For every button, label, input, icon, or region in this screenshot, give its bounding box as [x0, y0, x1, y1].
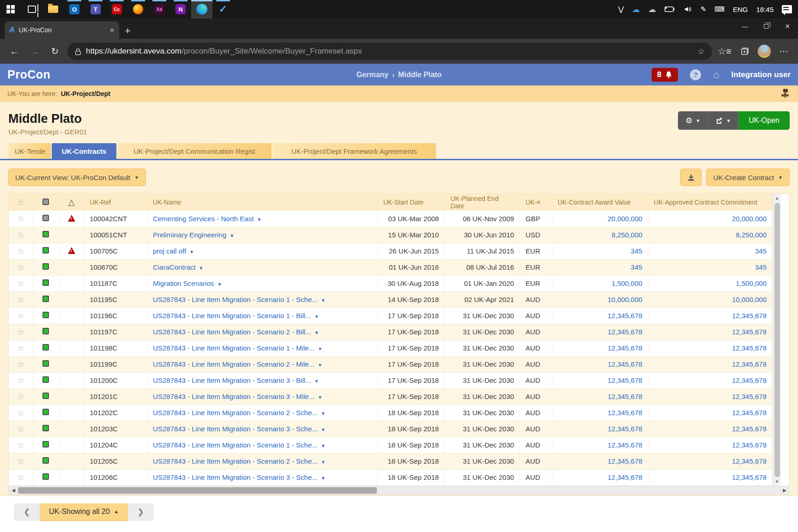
tab-contracts[interactable]: UK-Contracts	[52, 143, 116, 159]
contract-name-link[interactable]: US287843 - Line Item Migration - Scenari…	[153, 457, 326, 465]
favorites-bar-icon[interactable]: ☆≡	[717, 43, 732, 59]
settings-dropdown-button[interactable]: ⚙▼	[678, 111, 708, 130]
table-row[interactable]: ☆!100042CNTCementing Services - North Ea…	[9, 211, 773, 227]
touch-keyboard-icon[interactable]: ⌨	[711, 0, 728, 18]
teams-icon[interactable]: T	[85, 0, 106, 18]
scroll-up-icon[interactable]: ▲	[773, 194, 781, 202]
commitment-column-header[interactable]: UK-Approved Contract Commitment	[648, 194, 772, 211]
vertical-scrollbar[interactable]: ▲ ▼	[773, 194, 781, 486]
browser-menu-icon[interactable]: ⋯	[776, 43, 792, 59]
scroll-right-icon[interactable]: ▶	[780, 488, 789, 493]
volume-icon[interactable]	[680, 0, 695, 18]
vertical-scroll-thumb[interactable]	[774, 203, 780, 477]
favorite-star-icon[interactable]: ☆	[17, 214, 24, 224]
firefox-icon[interactable]	[127, 0, 149, 18]
next-page-button[interactable]: ❯	[128, 503, 154, 521]
contract-name-link[interactable]: US287843 - Line Item Migration - Scenari…	[153, 393, 322, 400]
start-date-column-header[interactable]: UK-Start Date	[378, 194, 445, 211]
refresh-button[interactable]: ↻	[47, 43, 63, 59]
favorite-star-icon[interactable]: ☆	[17, 424, 24, 434]
favorite-star-icon[interactable]: ☆	[17, 295, 24, 304]
table-row[interactable]: ☆101202CUS287843 - Line Item Migration -…	[9, 405, 773, 421]
favorite-star-icon[interactable]: ☆	[17, 247, 24, 256]
table-row[interactable]: ☆101187CMigration Scenarios▼30 UK-Aug 20…	[9, 275, 773, 291]
status-column-header[interactable]	[33, 194, 59, 211]
table-row[interactable]: ☆101199CUS287843 - Line Item Migration -…	[9, 356, 773, 372]
contract-name-link[interactable]: US287843 - Line Item Migration - Scenari…	[153, 425, 326, 433]
procon-logo[interactable]: ProCon	[7, 68, 50, 81]
tab-tenders[interactable]: UK-Tende	[8, 143, 51, 159]
task-view-icon[interactable]	[21, 0, 42, 18]
clock[interactable]: 18:45	[753, 0, 777, 18]
previous-page-button[interactable]: ❮	[14, 503, 40, 521]
table-row[interactable]: ☆101201CUS287843 - Line Item Migration -…	[9, 388, 773, 405]
contract-name-link[interactable]: US287843 - Line Item Migration - Scenari…	[153, 328, 319, 336]
action-center-icon[interactable]	[779, 0, 795, 18]
favorite-star-icon[interactable]: ☆	[17, 311, 24, 320]
table-row[interactable]: ☆101205CUS287843 - Line Item Migration -…	[9, 453, 773, 469]
end-date-column-header[interactable]: UK-Planned End Date	[445, 194, 520, 211]
ref-column-header[interactable]: UK-Ref	[84, 194, 147, 211]
contract-name-link[interactable]: Cementing Services - North East▼	[153, 215, 261, 223]
favorite-star-icon[interactable]: ☆	[17, 457, 24, 466]
table-row[interactable]: ☆101196CUS287843 - Line Item Migration -…	[9, 308, 773, 324]
language-indicator[interactable]: ENG	[730, 0, 751, 18]
export-dropdown-button[interactable]: ▼	[708, 111, 738, 130]
download-button[interactable]	[680, 169, 701, 186]
open-button[interactable]: UK-Open	[738, 111, 790, 130]
contract-name-link[interactable]: proj call off▼	[153, 247, 194, 255]
favorite-star-icon[interactable]: ☆	[17, 263, 24, 272]
award-value-column-header[interactable]: UK-Contract Award Value	[552, 194, 648, 211]
favorite-star-icon[interactable]: ☆	[17, 441, 24, 450]
contract-name-link[interactable]: US287843 - Line Item Migration - Scenari…	[153, 441, 326, 449]
horizontal-scrollbar[interactable]: ◀ ▶	[8, 486, 790, 495]
favorite-star-icon[interactable]: ☆	[17, 230, 24, 240]
contract-name-link[interactable]: Preliminary Engineering▼	[153, 231, 234, 239]
table-row[interactable]: ☆101197CUS287843 - Line Item Migration -…	[9, 324, 773, 340]
scroll-down-icon[interactable]: ▼	[773, 478, 781, 486]
forward-button[interactable]: →	[27, 43, 42, 59]
favorite-page-icon[interactable]: ☆	[698, 47, 705, 56]
adobe-creative-cloud-icon[interactable]: Cc	[106, 0, 127, 18]
contract-name-link[interactable]: US287843 - Line Item Migration - Scenari…	[153, 409, 326, 417]
page-size-dropdown[interactable]: UK-Showing all 20 ▲	[40, 503, 128, 521]
tab-communication-register[interactable]: UK-Project/Dept Communication Regist	[117, 143, 272, 159]
favorite-column-header[interactable]: ☆	[9, 194, 33, 211]
back-button[interactable]: ←	[6, 43, 22, 59]
favorite-star-icon[interactable]: ☆	[17, 344, 24, 353]
edge-icon[interactable]	[191, 0, 212, 18]
file-explorer-icon[interactable]	[42, 0, 64, 18]
window-minimize-button[interactable]: —	[734, 18, 756, 34]
table-row[interactable]: ☆!100705Cproj call off▼26 UK-Jun 201511 …	[9, 243, 773, 259]
name-column-header[interactable]: UK-Name	[147, 194, 377, 211]
favorite-star-icon[interactable]: ☆	[17, 473, 24, 482]
address-bar[interactable]: https://ukdersint.aveva.com/procon/Buyer…	[67, 42, 712, 60]
onedrive-personal-icon[interactable]: ☁	[645, 0, 659, 18]
horizontal-scroll-thumb[interactable]	[18, 487, 377, 494]
contract-name-link[interactable]: US287843 - Line Item Migration - Scenari…	[153, 296, 326, 303]
window-restore-button[interactable]	[756, 18, 777, 34]
contract-name-link[interactable]: US287843 - Line Item Migration - Scenari…	[153, 376, 319, 384]
start-button-icon[interactable]	[0, 0, 21, 18]
profile-avatar[interactable]	[757, 44, 771, 58]
table-row[interactable]: ☆100870CCiaraContract▼01 UK-Jun 201608 U…	[9, 259, 773, 275]
table-row[interactable]: ☆101195CUS287843 - Line Item Migration -…	[9, 291, 773, 308]
table-row[interactable]: ☆101206CUS287843 - Line Item Migration -…	[9, 469, 773, 485]
outlook-icon[interactable]: O	[64, 0, 85, 18]
contract-name-link[interactable]: US287843 - Line Item Migration - Scenari…	[153, 360, 322, 368]
user-name[interactable]: Integration user	[732, 70, 791, 79]
sitemap-icon[interactable]	[780, 88, 791, 100]
battery-icon[interactable]	[661, 0, 678, 18]
home-icon[interactable]: ⌂	[713, 69, 719, 81]
currency-column-header[interactable]: UK-¤	[520, 194, 552, 211]
contract-name-link[interactable]: US287843 - Line Item Migration - Scenari…	[153, 473, 326, 481]
current-view-dropdown[interactable]: UK-Current View: UK-ProCon Default ▼	[8, 169, 146, 186]
table-row[interactable]: ☆101204CUS287843 - Line Item Migration -…	[9, 437, 773, 453]
breadcrumb-project[interactable]: Middle Plato	[398, 71, 441, 79]
warning-column-header[interactable]: △	[59, 194, 84, 211]
scroll-left-icon[interactable]: ◀	[9, 488, 18, 493]
todo-icon[interactable]: ✓	[212, 0, 234, 18]
tray-chevron-icon[interactable]: ⋁	[615, 0, 627, 18]
contract-name-link[interactable]: Migration Scenarios▼	[153, 279, 222, 287]
favorite-star-icon[interactable]: ☆	[17, 327, 24, 337]
